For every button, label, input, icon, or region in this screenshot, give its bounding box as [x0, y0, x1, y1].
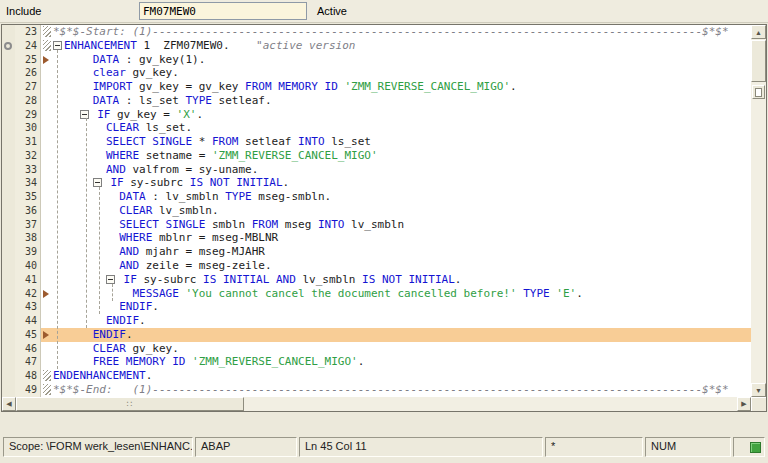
code-line[interactable]: 23*$*$-Start: (1)-----------------------… — [2, 25, 751, 39]
code-text[interactable]: ENDENHANCEMENT. — [53, 369, 751, 383]
line-number[interactable]: 33 — [15, 163, 41, 177]
code-line[interactable]: 44 ENDIF. — [2, 314, 751, 328]
vertical-scrollbar[interactable]: ▲ ▼ — [751, 25, 766, 397]
code-text[interactable]: AND mjahr = mseg-MJAHR — [53, 245, 751, 259]
horizontal-scroll-thumb[interactable]: ∷ — [16, 397, 244, 411]
line-number[interactable]: 45 — [15, 328, 41, 342]
code-line[interactable]: 38 WHERE mblnr = mseg-MBLNR — [2, 231, 751, 245]
fold-collapse-icon[interactable] — [80, 110, 89, 119]
code-text[interactable]: AND valfrom = sy-uname. — [53, 163, 751, 177]
code-line[interactable]: 42 MESSAGE 'You cannot cancel the docume… — [2, 287, 751, 301]
code-line[interactable]: 36 CLEAR lv_smbln. — [2, 204, 751, 218]
line-number[interactable]: 23 — [15, 25, 41, 39]
code-text[interactable]: IF sy-subrc IS NOT INITIAL. — [53, 176, 751, 190]
document-marker-icon[interactable] — [752, 85, 765, 99]
line-number[interactable]: 40 — [15, 259, 41, 273]
horizontal-scrollbar[interactable]: ◀ ∷ ▶ — [2, 397, 751, 411]
line-number[interactable]: 32 — [15, 149, 41, 163]
code-line[interactable]: 29 IF gv_key = 'X'. — [2, 108, 751, 122]
token-pln: valfrom = sy-uname. — [126, 163, 258, 176]
code-text[interactable]: *$*$-End: (1)---------------------------… — [53, 383, 751, 397]
line-number[interactable]: 42 — [15, 287, 41, 301]
code-line[interactable]: 25 DATA : gv_key(1). — [2, 53, 751, 67]
code-text[interactable]: IMPORT gv_key = gv_key FROM MEMORY ID 'Z… — [53, 80, 751, 94]
code-line[interactable]: 40 AND zeile = mseg-zeile. — [2, 259, 751, 273]
code-text[interactable]: DATA : gv_key(1). — [53, 53, 751, 67]
active-status-label: Active — [317, 5, 347, 17]
code-line[interactable]: 24ENHANCEMENT 1 ZFM07MEW0. "active versi… — [2, 39, 751, 53]
code-line[interactable]: 47 FREE MEMORY ID 'ZMM_REVERSE_CANCEL_MI… — [2, 355, 751, 369]
minus-glyph — [95, 182, 100, 183]
code-line[interactable]: 27 IMPORT gv_key = gv_key FROM MEMORY ID… — [2, 80, 751, 94]
line-number[interactable]: 34 — [15, 176, 41, 190]
line-number[interactable]: 30 — [15, 121, 41, 135]
line-number[interactable]: 43 — [15, 300, 41, 314]
code-text[interactable]: CLEAR lv_smbln. — [53, 204, 751, 218]
code-line[interactable]: 45 ENDIF. — [2, 328, 751, 342]
include-input[interactable] — [139, 2, 307, 20]
code-line[interactable]: 49*$*$-End: (1)-------------------------… — [2, 383, 751, 397]
line-number[interactable]: 38 — [15, 231, 41, 245]
scroll-right-button[interactable]: ▶ — [737, 397, 751, 411]
code-line[interactable]: 33 AND valfrom = sy-uname. — [2, 163, 751, 177]
line-number[interactable]: 26 — [15, 66, 41, 80]
line-number[interactable]: 37 — [15, 218, 41, 232]
fold-collapse-icon[interactable] — [93, 178, 102, 187]
code-text[interactable]: ENDIF. — [53, 314, 751, 328]
code-line[interactable]: 34 IF sy-subrc IS NOT INITIAL. — [2, 176, 751, 190]
code-text[interactable]: DATA : lv_smbln TYPE mseg-smbln. — [53, 190, 751, 204]
code-line[interactable]: 28 DATA : ls_set TYPE setleaf. — [2, 94, 751, 108]
code-line[interactable]: 46 CLEAR gv_key. — [2, 342, 751, 356]
code-text[interactable]: clear gv_key. — [53, 66, 751, 80]
code-text[interactable]: MESSAGE 'You cannot cancel the document … — [53, 287, 751, 301]
code-text[interactable]: ENDIF. — [53, 328, 751, 342]
scroll-down-button[interactable]: ▼ — [751, 383, 766, 397]
code-line[interactable]: 43 ENDIF. — [2, 300, 751, 314]
line-number[interactable]: 49 — [15, 383, 41, 397]
code-text[interactable]: SELECT SINGLE * FROM setleaf INTO ls_set — [53, 135, 751, 149]
code-text[interactable]: CLEAR gv_key. — [53, 342, 751, 356]
code-line[interactable]: 48ENDENHANCEMENT. — [2, 369, 751, 383]
token-pln: . — [510, 80, 517, 93]
scroll-up-button[interactable]: ▲ — [751, 25, 766, 39]
code-text[interactable]: ENDIF. — [53, 300, 751, 314]
fold-collapse-icon[interactable] — [106, 275, 115, 284]
line-number[interactable]: 27 — [15, 80, 41, 94]
line-number[interactable]: 25 — [15, 53, 41, 67]
code-text[interactable]: DATA : ls_set TYPE setleaf. — [53, 94, 751, 108]
code-text[interactable]: IF sy-subrc IS INITIAL AND lv_smbln IS N… — [53, 273, 751, 287]
code-text[interactable]: CLEAR ls_set. — [53, 121, 751, 135]
line-number[interactable]: 29 — [15, 108, 41, 122]
line-number[interactable]: 48 — [15, 369, 41, 383]
code-line[interactable]: 39 AND mjahr = mseg-MJAHR — [2, 245, 751, 259]
code-text[interactable]: WHERE mblnr = mseg-MBLNR — [53, 231, 751, 245]
scroll-left-button[interactable]: ◀ — [2, 397, 16, 411]
line-number[interactable]: 44 — [15, 314, 41, 328]
code-text[interactable]: SELECT SINGLE smbln FROM mseg INTO lv_sm… — [53, 218, 751, 232]
code-line[interactable]: 37 SELECT SINGLE smbln FROM mseg INTO lv… — [2, 218, 751, 232]
line-number[interactable]: 35 — [15, 190, 41, 204]
fold-collapse-icon[interactable] — [53, 41, 62, 50]
code-text[interactable]: WHERE setname = 'ZMM_REVERSE_CANCEL_MIGO… — [53, 149, 751, 163]
code-editor-rows[interactable]: 23*$*$-Start: (1)-----------------------… — [2, 25, 751, 397]
line-number[interactable]: 47 — [15, 355, 41, 369]
line-number[interactable]: 28 — [15, 94, 41, 108]
line-number[interactable]: 46 — [15, 342, 41, 356]
line-number[interactable]: 41 — [15, 273, 41, 287]
code-line[interactable]: 30 CLEAR ls_set. — [2, 121, 751, 135]
code-text[interactable]: FREE MEMORY ID 'ZMM_REVERSE_CANCEL_MIGO'… — [53, 355, 751, 369]
line-number[interactable]: 39 — [15, 245, 41, 259]
code-line[interactable]: 26 clear gv_key. — [2, 66, 751, 80]
code-text[interactable]: AND zeile = mseg-zeile. — [53, 259, 751, 273]
code-line[interactable]: 41 IF sy-subrc IS INITIAL AND lv_smbln I… — [2, 273, 751, 287]
code-line[interactable]: 32 WHERE setname = 'ZMM_REVERSE_CANCEL_M… — [2, 149, 751, 163]
code-text[interactable]: IF gv_key = 'X'. — [53, 108, 751, 122]
line-number[interactable]: 24 — [15, 39, 41, 53]
code-line[interactable]: 35 DATA : lv_smbln TYPE mseg-smbln. — [2, 190, 751, 204]
code-text[interactable]: ENHANCEMENT 1 ZFM07MEW0. "active version — [53, 39, 751, 53]
line-number[interactable]: 36 — [15, 204, 41, 218]
line-number[interactable]: 31 — [15, 135, 41, 149]
code-line[interactable]: 31 SELECT SINGLE * FROM setleaf INTO ls_… — [2, 135, 751, 149]
vertical-scroll-thumb[interactable] — [751, 40, 766, 82]
code-text[interactable]: *$*$-Start: (1)-------------------------… — [53, 25, 751, 39]
